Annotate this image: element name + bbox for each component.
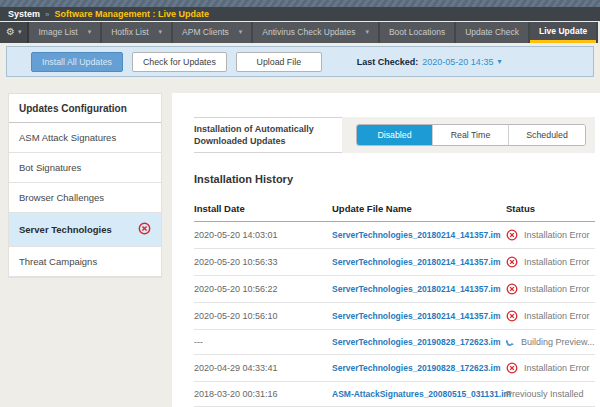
error-status-icon bbox=[506, 362, 518, 374]
update-file-link[interactable]: ServerTechnologies_20190828_172623.im bbox=[332, 363, 506, 373]
table-row: 2020-05-20 10:56:22 ServerTechnologies_2… bbox=[194, 276, 595, 303]
tab[interactable]: Boot Locations bbox=[380, 22, 454, 43]
update-file-link[interactable]: ServerTechnologies_20190828_172623.im bbox=[332, 337, 506, 347]
install-date-cell: 2020-05-20 10:56:22 bbox=[194, 284, 332, 294]
chevron-down-icon: ▾ bbox=[18, 28, 22, 36]
content-area: Updates Configuration ASM Attack Signatu… bbox=[0, 77, 600, 407]
status-cell: Installation Error bbox=[506, 256, 595, 268]
tab[interactable]: Antivirus Check Updates ▾ bbox=[253, 22, 378, 43]
sidebar-item-label: Browser Challenges bbox=[19, 192, 104, 203]
page-title: Software Management : Live Update bbox=[54, 9, 209, 19]
status-cell: Previously Installed bbox=[506, 389, 595, 399]
error-status-icon bbox=[506, 310, 518, 322]
update-file-link[interactable]: ServerTechnologies_20180214_141357.im bbox=[332, 311, 506, 321]
status-cell: Installation Error bbox=[506, 283, 595, 295]
updates-configuration-panel: Updates Configuration ASM Attack Signatu… bbox=[8, 93, 162, 278]
last-checked-label: Last Checked: bbox=[357, 57, 419, 67]
tab[interactable]: Live Update bbox=[530, 22, 596, 43]
tab[interactable]: APM Clients ▾ bbox=[173, 22, 251, 43]
status-cell: Building Preview... bbox=[506, 337, 595, 347]
chevron-down-icon: ▾ bbox=[159, 28, 163, 36]
install-date-cell: 2020-05-20 10:56:10 bbox=[194, 311, 332, 321]
status-text: Installation Error bbox=[524, 230, 590, 240]
breadcrumb: System » Software Management : Live Upda… bbox=[0, 7, 600, 21]
top-banner bbox=[0, 0, 600, 7]
status-cell: Installation Error bbox=[506, 362, 595, 374]
install-all-updates-button[interactable]: Install All Updates bbox=[31, 52, 123, 72]
sidebar-item[interactable]: ASM Attack Signatures bbox=[9, 123, 161, 153]
sidebar-item[interactable]: Browser Challenges bbox=[9, 183, 161, 213]
tab-label: Boot Locations bbox=[389, 27, 445, 37]
table-row: 2020-05-20 10:56:10 ServerTechnologies_2… bbox=[194, 303, 595, 330]
tab-list: Image List ▾ Hotfix List ▾ APM Clients ▾… bbox=[29, 22, 598, 43]
last-checked-value[interactable]: 2020-05-20 14:35 bbox=[422, 57, 493, 67]
sidebar-item-list: ASM Attack Signatures Bot Signatures Bro… bbox=[9, 123, 161, 277]
spinner-icon bbox=[505, 337, 515, 347]
app-window: System » Software Management : Live Upda… bbox=[0, 0, 600, 407]
error-status-icon bbox=[506, 256, 518, 268]
tab-bar: ⚙ ▾ Image List ▾ Hotfix List ▾ APM Clien… bbox=[0, 21, 600, 42]
settings-menu-button[interactable]: ⚙ ▾ bbox=[0, 22, 29, 43]
status-cell: Installation Error bbox=[506, 229, 595, 241]
error-status-icon bbox=[506, 283, 518, 295]
install-date-cell: --- bbox=[194, 337, 332, 347]
auto-install-label-line1: Installation of Automatically bbox=[194, 124, 314, 134]
tab-label: Image List bbox=[38, 27, 77, 37]
chevron-down-icon: ▾ bbox=[88, 28, 92, 36]
upload-file-button[interactable]: Upload File bbox=[236, 52, 322, 72]
sidebar-item-label: Threat Campaigns bbox=[19, 256, 97, 267]
table-row: 2020-05-20 10:56:33 ServerTechnologies_2… bbox=[194, 249, 595, 276]
update-file-link[interactable]: ServerTechnologies_20180214_141357.im bbox=[332, 284, 506, 294]
tab[interactable]: Update Check bbox=[456, 22, 528, 43]
tab-label: Antivirus Check Updates bbox=[262, 27, 355, 37]
check-for-updates-button[interactable]: Check for Updates bbox=[132, 52, 227, 72]
sidebar-item[interactable]: Threat Campaigns bbox=[9, 247, 161, 277]
column-header-update-file-name: Update File Name bbox=[332, 203, 506, 214]
auto-install-label: Installation of Automatically Downloaded… bbox=[194, 117, 342, 153]
table-row: 2020-04-29 04:33:41 ServerTechnologies_2… bbox=[194, 355, 595, 382]
update-file-link[interactable]: ServerTechnologies_20180214_141357.im bbox=[332, 257, 506, 267]
tab-label: Update Check bbox=[465, 27, 519, 37]
status-text: Installation Error bbox=[524, 284, 590, 294]
chevron-down-icon: ▾ bbox=[239, 28, 243, 36]
tab[interactable]: Hotfix List ▾ bbox=[102, 22, 171, 43]
status-text: Installation Error bbox=[524, 311, 590, 321]
segment-option-button[interactable]: Real Time bbox=[433, 125, 509, 145]
segment-option-button[interactable]: Disabled bbox=[357, 125, 433, 145]
sidebar-title: Updates Configuration bbox=[9, 94, 161, 123]
error-status-icon bbox=[138, 222, 151, 237]
status-text: Building Preview... bbox=[521, 337, 595, 347]
status-text: Installation Error bbox=[524, 257, 590, 267]
sidebar-item-label: Server Technologies bbox=[19, 224, 112, 235]
sidebar-item[interactable]: Bot Signatures bbox=[9, 153, 161, 183]
sidebar-item-label: ASM Attack Signatures bbox=[19, 132, 116, 143]
gear-icon: ⚙ bbox=[6, 27, 15, 37]
update-file-link[interactable]: ASM-AttackSignatures_20080515_031131.im bbox=[332, 389, 506, 399]
table-body: 2020-05-20 14:03:01 ServerTechnologies_2… bbox=[194, 222, 595, 407]
tab-label: Live Update bbox=[539, 26, 587, 36]
update-file-link[interactable]: ServerTechnologies_20180214_141357.im bbox=[332, 230, 506, 240]
table-row: 2020-05-20 14:03:01 ServerTechnologies_2… bbox=[194, 222, 595, 249]
tab-strip: ⚙ ▾ Image List ▾ Hotfix List ▾ APM Clien… bbox=[0, 22, 598, 43]
table-header-row: Install Date Update File Name Status bbox=[194, 195, 595, 222]
status-text: Previously Installed bbox=[506, 389, 584, 399]
tab-label: APM Clients bbox=[182, 27, 229, 37]
auto-install-label-line2: Downloaded Updates bbox=[194, 136, 286, 146]
auto-install-row: Installation of Automatically Downloaded… bbox=[194, 117, 595, 153]
install-date-cell: 2020-05-20 14:03:01 bbox=[194, 230, 332, 240]
status-text: Installation Error bbox=[524, 363, 590, 373]
segment-option-button[interactable]: Scheduled bbox=[509, 125, 585, 145]
chevron-down-icon: ▾ bbox=[365, 28, 369, 36]
sidebar-item[interactable]: Server Technologies bbox=[9, 213, 161, 247]
sidebar-item-label: Bot Signatures bbox=[19, 162, 81, 173]
chevron-down-icon[interactable]: ▾ bbox=[497, 57, 501, 66]
tab[interactable]: Image List ▾ bbox=[29, 22, 100, 43]
auto-install-control: DisabledReal TimeScheduled bbox=[342, 117, 595, 153]
install-date-cell: 2020-04-29 04:33:41 bbox=[194, 363, 332, 373]
live-update-panel: Installation of Automatically Downloaded… bbox=[172, 93, 600, 407]
installation-history-table: Install Date Update File Name Status 202… bbox=[194, 195, 595, 407]
install-date-cell: 2020-05-20 10:56:33 bbox=[194, 257, 332, 267]
error-status-icon bbox=[506, 229, 518, 241]
installation-history-title: Installation History bbox=[194, 173, 595, 185]
table-row: 2018-03-20 00:31:16 ASM-AttackSignatures… bbox=[194, 382, 595, 407]
